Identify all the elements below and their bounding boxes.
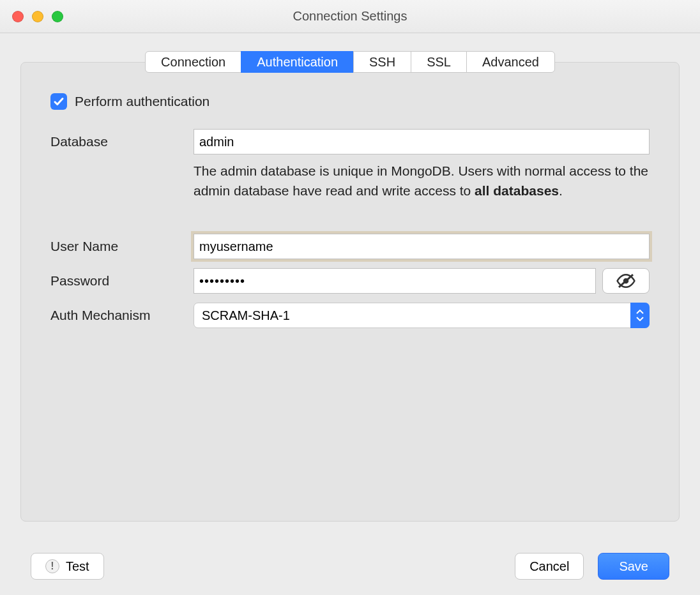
zoom-window-button[interactable] xyxy=(52,11,63,22)
database-helper-prefix: The admin database is unique in MongoDB.… xyxy=(194,163,648,198)
toggle-password-visibility-button[interactable] xyxy=(602,268,650,294)
check-icon xyxy=(53,96,65,107)
database-helper-suffix: . xyxy=(559,183,563,198)
eye-slash-icon xyxy=(616,274,635,288)
username-input[interactable] xyxy=(194,234,650,259)
exclamation-icon: ! xyxy=(45,559,59,573)
perform-auth-label: Perform authentication xyxy=(75,94,209,109)
auth-mechanism-label: Auth Mechanism xyxy=(50,303,194,323)
cancel-button-label: Cancel xyxy=(529,559,569,574)
database-label: Database xyxy=(50,129,194,149)
database-helper-bold: all databases xyxy=(475,183,559,198)
password-input[interactable] xyxy=(194,268,596,294)
username-label: User Name xyxy=(50,234,194,254)
auth-mechanism-select[interactable]: SCRAM-SHA-1 xyxy=(194,303,650,328)
database-helper-text: The admin database is unique in MongoDB.… xyxy=(194,161,650,200)
close-window-button[interactable] xyxy=(12,11,24,22)
perform-auth-checkbox[interactable] xyxy=(50,93,67,110)
tab-connection[interactable]: Connection xyxy=(145,51,241,73)
save-button-label: Save xyxy=(619,559,648,574)
cancel-button[interactable]: Cancel xyxy=(515,553,584,580)
tab-advanced[interactable]: Advanced xyxy=(466,51,555,73)
window-controls xyxy=(0,11,63,22)
titlebar: Connection Settings xyxy=(0,0,700,33)
tab-bar: Connection Authentication SSH SSL Advanc… xyxy=(20,51,680,73)
password-label: Password xyxy=(50,268,194,289)
auth-mechanism-value: SCRAM-SHA-1 xyxy=(202,308,290,323)
test-button[interactable]: ! Test xyxy=(31,553,104,580)
save-button[interactable]: Save xyxy=(598,553,669,580)
minimize-window-button[interactable] xyxy=(32,11,43,22)
dialog-buttons: ! Test Cancel Save xyxy=(20,553,680,580)
tab-ssh[interactable]: SSH xyxy=(353,51,411,73)
tab-ssl[interactable]: SSL xyxy=(411,51,467,73)
test-button-label: Test xyxy=(66,559,89,574)
database-input[interactable] xyxy=(194,129,650,154)
tab-authentication[interactable]: Authentication xyxy=(241,51,354,73)
content-area: Connection Authentication SSH SSL Advanc… xyxy=(0,33,700,595)
window-title: Connection Settings xyxy=(293,9,407,24)
auth-panel: Perform authentication Database The admi… xyxy=(20,62,680,522)
